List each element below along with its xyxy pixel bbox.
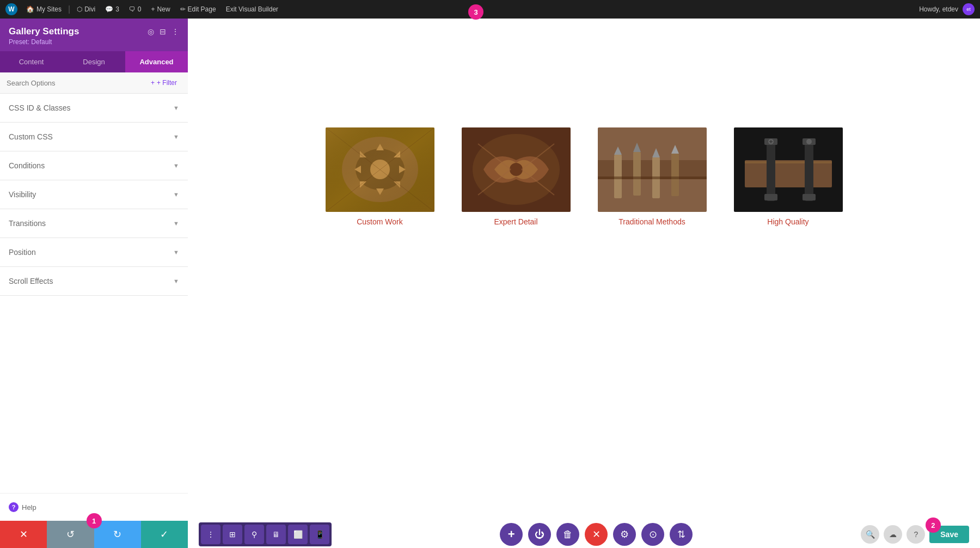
section-custom-css[interactable]: Custom CSS ▼ (0, 123, 188, 151)
svg-rect-14 (326, 127, 434, 212)
filter-button[interactable]: + + Filter (146, 77, 181, 89)
section-conditions[interactable]: Conditions ▼ (0, 151, 188, 180)
gallery-image-custom-work[interactable] (326, 127, 434, 212)
add-section-button[interactable]: + (500, 523, 523, 546)
gallery-image-high-quality[interactable] (734, 127, 843, 212)
section-scroll-effects[interactable]: Scroll Effects ▼ (0, 267, 188, 296)
chevron-down-icon: ▼ (173, 220, 179, 227)
sidebar-search-bar: + + Filter (0, 72, 188, 94)
edit-page-link[interactable]: ✏ Edit Page (177, 5, 219, 13)
plus-icon: + (151, 5, 155, 13)
sidebar-preset[interactable]: Preset: Default (9, 38, 79, 46)
section-position[interactable]: Position ▼ (0, 238, 188, 267)
settings-module-button[interactable]: ⚙ (613, 523, 636, 546)
toggle-module-button[interactable]: ⏻ (528, 523, 551, 546)
badge-3: 3 (468, 4, 483, 20)
main-layout: Gallery Settings Preset: Default ◎ ⊟ ⋮ C… (0, 0, 980, 548)
redo-button[interactable]: ↻ (94, 521, 141, 548)
confirm-button[interactable]: ✓ (141, 521, 188, 548)
gallery-image-traditional-methods[interactable] (598, 127, 707, 212)
home-icon: 🏠 (26, 5, 34, 13)
sidebar-header: Gallery Settings Preset: Default ◎ ⊟ ⋮ (0, 19, 188, 51)
svg-rect-48 (734, 127, 843, 212)
pencil-icon: ✏ (180, 5, 186, 13)
top-bar: W 🏠 My Sites | ⬡ Divi 💬 3 🗨 0 + New ✏ Ed… (0, 0, 980, 19)
gallery-item-high-quality: High Quality (728, 127, 848, 226)
grid-view-button[interactable]: ⊞ (223, 525, 242, 544)
divi-link[interactable]: ⬡ Divi (74, 5, 99, 13)
tab-content[interactable]: Content (0, 51, 63, 72)
search-input[interactable] (7, 79, 146, 87)
sidebar: Gallery Settings Preset: Default ◎ ⊟ ⋮ C… (0, 19, 188, 548)
help-icon: ? (9, 502, 19, 512)
my-sites-link[interactable]: 🏠 My Sites (23, 5, 65, 13)
gallery-image-expert-detail[interactable] (462, 127, 571, 212)
gallery-label-high-quality: High Quality (767, 217, 808, 226)
section-css-id-classes[interactable]: CSS ID & Classes ▼ (0, 94, 188, 123)
sidebar-bottom-bar: 1 ✕ ↺ ↻ ✓ (0, 521, 188, 548)
more-options-button[interactable]: ⋮ (201, 525, 220, 544)
chevron-down-icon: ▼ (173, 249, 179, 255)
undo-button[interactable]: ↺ (47, 521, 94, 548)
toolbar-right: 2 🔍 ☁ ? Save (861, 525, 969, 544)
gallery-area: Custom Work (188, 19, 980, 281)
desktop-view-button[interactable]: 🖥 (266, 525, 286, 544)
badge-2: 2 (926, 517, 941, 533)
sidebar-title: Gallery Settings (9, 26, 79, 37)
tablet-view-button[interactable]: ⬜ (288, 525, 308, 544)
sidebar-tabs: Content Design Advanced (0, 51, 188, 72)
history-module-button[interactable]: ⊙ (641, 523, 664, 546)
svg-rect-22 (462, 127, 571, 212)
svg-rect-34 (598, 127, 707, 212)
help-right-button[interactable]: ? (906, 525, 925, 544)
sidebar-header-icons: ◎ ⊟ ⋮ (148, 27, 179, 36)
new-link[interactable]: + New (148, 5, 174, 13)
filter-icon: + (151, 79, 155, 87)
gallery-label-custom-work: Custom Work (357, 217, 403, 226)
comment-icon: 💬 (105, 5, 113, 13)
cloud-right-button[interactable]: ☁ (884, 525, 902, 544)
chevron-down-icon: ▼ (173, 133, 179, 140)
chevron-down-icon: ▼ (173, 191, 179, 198)
help-link[interactable]: Help (22, 503, 36, 512)
bubbles-link[interactable]: 🗨 0 (126, 5, 145, 13)
chevron-down-icon: ▼ (173, 105, 179, 111)
sidebar-sections: CSS ID & Classes ▼ Custom CSS ▼ Conditio… (0, 94, 188, 493)
search-right-button[interactable]: 🔍 (861, 525, 879, 544)
main-content: Custom Work (188, 19, 980, 548)
bottom-toolbar: ⋮ ⊞ ⚲ 🖥 ⬜ 📱 + ⏻ 🗑 ✕ ⚙ ⊙ ⇅ 2 🔍 ☁ (188, 521, 980, 548)
cancel-button[interactable]: ✕ (0, 521, 47, 548)
howdy-text: Howdy, etdev (919, 5, 958, 13)
gallery-item-traditional-methods: Traditional Methods (592, 127, 712, 226)
exit-visual-builder-link[interactable]: Exit Visual Builder (223, 5, 282, 13)
badge-1: 1 (87, 513, 102, 528)
sidebar-header-left: Gallery Settings Preset: Default (9, 26, 79, 46)
comments-link[interactable]: 💬 3 (102, 5, 122, 13)
search-button[interactable]: ⚲ (244, 525, 264, 544)
settings-circle-icon[interactable]: ◎ (148, 27, 154, 36)
gallery-item-expert-detail: Expert Detail (456, 127, 576, 226)
user-avatar[interactable]: et (963, 3, 975, 15)
bubble-icon: 🗨 (129, 5, 136, 13)
section-transitions[interactable]: Transitions ▼ (0, 209, 188, 238)
toolbar-left: ⋮ ⊞ ⚲ 🖥 ⬜ 📱 (199, 522, 332, 546)
section-visibility[interactable]: Visibility ▼ (0, 180, 188, 209)
columns-icon[interactable]: ⊟ (160, 27, 166, 36)
mobile-view-button[interactable]: 📱 (310, 525, 329, 544)
more-vert-icon[interactable]: ⋮ (171, 27, 179, 36)
close-module-button[interactable]: ✕ (585, 523, 608, 546)
chevron-down-icon: ▼ (173, 162, 179, 169)
tab-advanced[interactable]: Advanced (125, 51, 188, 72)
wp-icon[interactable]: W (5, 3, 17, 15)
toolbar-center: + ⏻ 🗑 ✕ ⚙ ⊙ ⇅ (500, 523, 693, 546)
tab-design[interactable]: Design (63, 51, 125, 72)
chevron-down-icon: ▼ (173, 278, 179, 284)
gallery-label-expert-detail: Expert Detail (494, 217, 537, 226)
divi-icon: ⬡ (77, 5, 82, 13)
top-bar-right: Howdy, etdev et (919, 3, 975, 15)
gallery-item-custom-work: Custom Work (320, 127, 440, 226)
sort-module-button[interactable]: ⇅ (670, 523, 693, 546)
gallery-label-traditional-methods: Traditional Methods (618, 217, 685, 226)
delete-module-button[interactable]: 🗑 (556, 523, 579, 546)
